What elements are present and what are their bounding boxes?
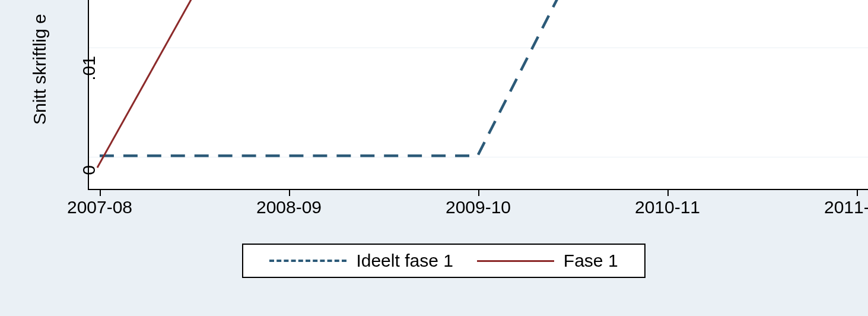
legend-swatch-dashed bbox=[269, 260, 346, 262]
series-ideelt-fase-1 bbox=[100, 0, 572, 156]
legend-label: Fase 1 bbox=[564, 251, 618, 271]
x-tick-label: 2007-08 bbox=[67, 197, 132, 217]
x-tick-mark bbox=[289, 189, 290, 196]
legend-label: Ideelt fase 1 bbox=[356, 251, 453, 271]
x-tick-label: 2011-12 bbox=[824, 197, 868, 217]
plot-area: 0 .01 2007-08 2008-09 2009-10 2010-11 20… bbox=[88, 0, 868, 190]
x-tick-mark bbox=[857, 189, 858, 196]
y-axis-title: Snitt skriftlig e bbox=[30, 14, 50, 125]
legend: Ideelt fase 1 Fase 1 bbox=[242, 244, 646, 278]
chart-lines bbox=[89, 0, 868, 189]
legend-swatch-solid bbox=[477, 260, 554, 262]
x-tick-mark bbox=[667, 189, 669, 196]
legend-item: Ideelt fase 1 bbox=[269, 251, 453, 271]
x-tick-mark bbox=[100, 189, 101, 196]
x-tick-label: 2008-09 bbox=[256, 197, 322, 217]
x-tick-mark bbox=[478, 189, 479, 196]
series-fase-1 bbox=[97, 0, 208, 168]
x-tick-label: 2009-10 bbox=[446, 197, 511, 217]
legend-item: Fase 1 bbox=[477, 251, 618, 271]
chart-container: 0 .01 2007-08 2008-09 2009-10 2010-11 20… bbox=[0, 0, 868, 316]
x-tick-label: 2010-11 bbox=[635, 197, 700, 217]
